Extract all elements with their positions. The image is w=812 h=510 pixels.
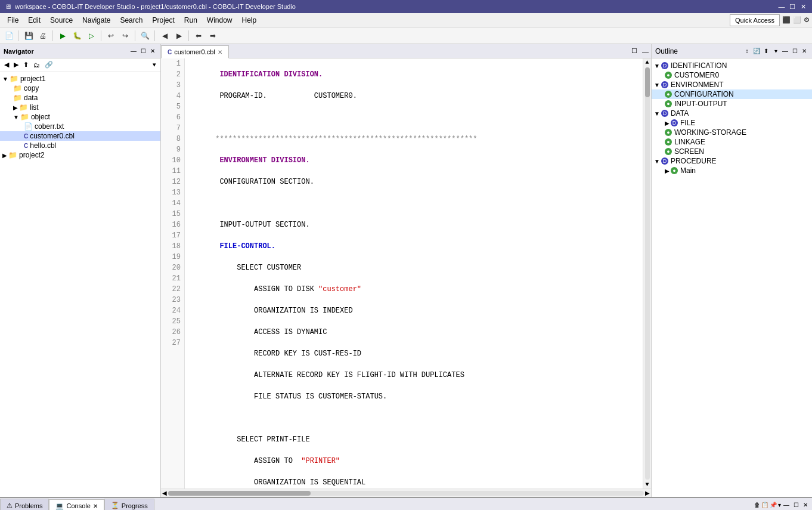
run-button[interactable]: ▷ [85,29,98,42]
search-toolbar-button[interactable]: 🔍 [138,29,151,42]
nav-collapse[interactable]: 🗂 [32,61,42,69]
scroll-thumb[interactable] [645,67,650,97]
code-content[interactable]: IDENTIFICATION DIVISION. PROGRAM-ID. CUS… [185,58,651,489]
bottom-maximize[interactable]: ☐ [792,502,800,508]
nav-link[interactable]: 🔗 [43,60,55,69]
console-copy[interactable]: 📋 [761,502,768,508]
outline-screen[interactable]: ● SCREEN [652,147,812,156]
outline-menu[interactable]: ▾ [771,48,780,54]
console-clear[interactable]: 🗑 [754,502,760,508]
menu-navigate[interactable]: Navigate [78,15,115,26]
tab-customer0[interactable]: C customer0.cbl ✕ [161,45,229,58]
editor-minimize[interactable]: — [640,47,651,56]
nav-close[interactable]: ✕ [148,48,157,54]
tab-close-icon[interactable]: ✕ [218,49,222,55]
nav-forward[interactable]: ▶ [12,60,20,69]
build-button[interactable]: ▶ [56,29,69,42]
expand-procedure[interactable]: ▼ [654,158,660,165]
code-editor[interactable]: 1 2 3 4 5 6 7 8 9 10 11 12 13 14 15 16 1… [161,58,651,489]
outline-sort[interactable]: ↕ [743,48,751,54]
undo-button[interactable]: ↩ [104,29,117,42]
outline-minimize[interactable]: — [781,48,789,54]
print-button[interactable]: 🖨 [36,29,49,42]
menu-window[interactable]: Window [202,15,237,26]
nav-minimize[interactable]: — [129,48,138,54]
scroll-left-arrow[interactable]: ◀ [162,490,167,496]
tree-item-copy[interactable]: 📁 copy [0,84,160,93]
outline-environment[interactable]: ▼ D ENVIRONMENT [652,80,812,89]
expand-file[interactable]: ▶ [665,120,670,126]
nav-maximize[interactable]: ☐ [139,48,147,54]
outline-maximize[interactable]: ☐ [791,48,799,54]
tree-item-project2[interactable]: ▶ 📁 project2 [0,150,160,160]
expand-project2[interactable]: ▶ [2,152,7,159]
menu-search[interactable]: Search [115,15,147,26]
outline-working-storage[interactable]: ● WORKING-STORAGE [652,128,812,137]
expand-object[interactable]: ▼ [13,114,19,120]
toolbar-extra2-icon[interactable]: ⬜ [793,16,801,24]
scroll-up-arrow[interactable]: ▲ [644,58,649,66]
save-button[interactable]: 💾 [22,29,35,42]
outline-customer0[interactable]: ● CUSTOMER0 [652,70,812,80]
outline-sync[interactable]: 🔄 [752,48,761,54]
navigate-next[interactable]: ➡ [206,29,219,42]
console-pin[interactable]: 📌 [770,502,777,508]
expand-environment[interactable]: ▼ [654,82,660,88]
back-button[interactable]: ◀ [158,29,171,42]
navigate-prev[interactable]: ⬅ [192,29,205,42]
tree-item-object-expand[interactable]: ▼ 📁 object [0,112,160,122]
outline-procedure[interactable]: ▼ D PROCEDURE [652,156,812,166]
minimize-button[interactable]: — [777,2,786,11]
expand-main[interactable]: ▶ [665,168,670,174]
outline-main[interactable]: ▶ ● Main [652,166,812,175]
quick-access-button[interactable]: Quick Access [730,14,780,26]
tree-item-list[interactable]: ▶ 📁 list [0,103,160,112]
close-button[interactable]: ✕ [799,2,807,11]
toolbar-extra-icon[interactable]: ⬛ [782,16,791,24]
vertical-scrollbar[interactable]: ▲ ▼ [643,58,651,489]
outline-configuration[interactable]: ● CONFIGURATION [652,89,812,99]
tree-item-hello[interactable]: C hello.cbl [0,141,160,150]
h-scroll-thumb[interactable] [168,491,311,496]
horizontal-scrollbar[interactable]: ◀ ▶ [161,489,651,497]
editor-maximize[interactable]: ☐ [629,46,640,56]
h-scroll-track[interactable] [168,491,644,496]
outline-close[interactable]: ✕ [800,48,808,54]
debug-button[interactable]: 🐛 [70,29,83,42]
menu-run[interactable]: Run [179,15,202,26]
maximize-button[interactable]: ☐ [788,2,796,11]
toolbar-extra3-icon[interactable]: ⚙ [804,16,810,24]
scroll-down-arrow[interactable]: ▼ [644,481,649,489]
expand-project1[interactable]: ▼ [2,76,8,82]
tree-item-project1-expand[interactable]: ▼ 📁 project1 [0,74,160,84]
expand-data[interactable]: ▼ [654,110,660,117]
nav-up[interactable]: ⬆ [21,60,30,69]
forward-button[interactable]: ▶ [172,29,185,42]
tab-progress[interactable]: ⏳ Progress [104,499,154,510]
bottom-minimize[interactable]: — [782,502,791,508]
tab-console-close[interactable]: ✕ [93,503,98,509]
tab-problems[interactable]: ⚠ Problems [0,499,49,510]
expand-list[interactable]: ▶ [13,104,18,111]
menu-help[interactable]: Help [237,15,262,26]
tree-item-coberr[interactable]: 📄 coberr.txt [0,122,160,131]
bottom-close[interactable]: ✕ [801,502,810,508]
nav-back[interactable]: ◀ [2,60,11,69]
outline-identification[interactable]: ▼ D IDENTIFICATION [652,61,812,70]
tree-item-data[interactable]: 📁 data [0,93,160,103]
menu-edit[interactable]: Edit [23,15,45,26]
expand-identification[interactable]: ▼ [654,63,660,69]
tab-console[interactable]: 💻 Console ✕ [49,499,104,510]
menu-project[interactable]: Project [147,15,179,26]
console-menu[interactable]: ▾ [778,502,781,508]
redo-button[interactable]: ↪ [119,29,132,42]
scroll-right-arrow[interactable]: ▶ [645,490,650,496]
tree-item-customer0[interactable]: C customer0.cbl [0,131,160,141]
outline-linkage[interactable]: ● LINKAGE [652,137,812,147]
outline-collapse[interactable]: ⬆ [762,48,770,54]
outline-data[interactable]: ▼ D DATA [652,109,812,118]
outline-file[interactable]: ▶ D FILE [652,118,812,128]
menu-source[interactable]: Source [45,15,78,26]
outline-input-output[interactable]: ● INPUT-OUTPUT [652,99,812,109]
menu-file[interactable]: File [2,15,23,26]
